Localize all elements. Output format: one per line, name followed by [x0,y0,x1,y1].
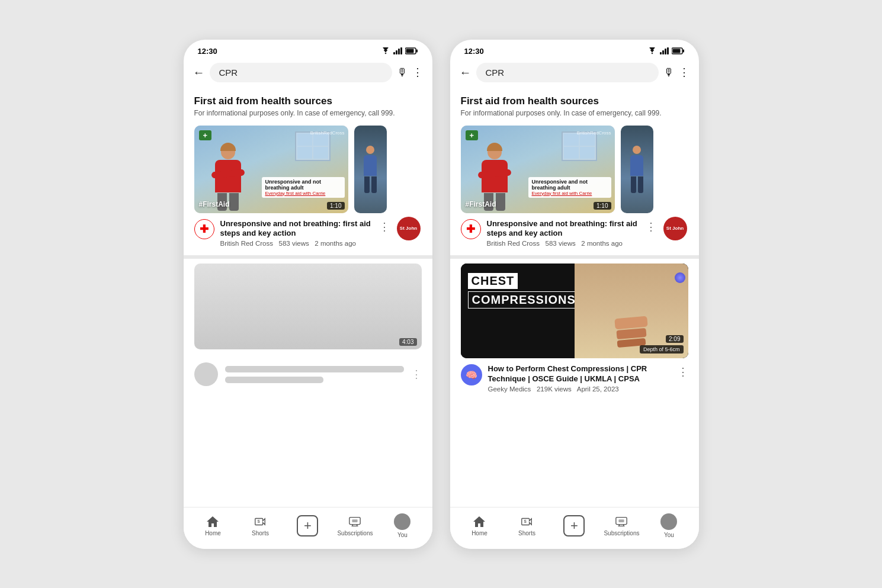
loading-lines-left [225,366,404,383]
video-thumb-main-right[interactable]: Unresponsive and not breathing adult Eve… [461,126,615,213]
duration-left: 1:10 [327,202,344,210]
video-thumb-side-left[interactable] [354,126,387,213]
subs-icon-left [348,515,362,528]
nav-add-right[interactable]: + [556,515,592,536]
caption-sub-right: Everyday first aid with Carrie [532,191,608,196]
duration-right: 1:10 [594,202,611,210]
video2-meta-right: 🧠 How to Perform Chest Compressions | CP… [461,358,688,393]
health-title-left: First aid from health sources [194,95,422,107]
back-button-left[interactable]: ← [193,66,205,79]
signal-icon-right [660,47,669,54]
nav-home-right[interactable]: Home [461,515,497,536]
shorts-icon-left: S [254,515,267,528]
wifi-icon-right [647,47,657,54]
svg-rect-8 [682,50,684,53]
video-info-right: Unresponsive and not breathing: first ai… [487,219,640,248]
video-info-left: Unresponsive and not breathing: first ai… [220,219,373,248]
nav-home-label-right: Home [472,530,487,536]
status-icons-left [381,47,418,54]
chest-title-1: CHEST [468,273,518,289]
loading-avatar-left [194,362,218,386]
bottom-nav-right: Home S Shorts + Subscriptions You [450,507,699,549]
video-meta-left: ✚ Unresponsive and not breathing: first … [184,213,432,251]
video2-sub-right: Geeky Medics 219K views April 25, 2023 [488,385,672,393]
phone-right: 12:30 ← CPR 🎙 ⋮ [450,40,699,549]
video-title-right: Unresponsive and not breathing: first ai… [487,219,640,239]
nav-avatar-left [394,513,410,530]
video-thumb-main-left[interactable]: Unresponsive and not breathing adult Eve… [194,126,348,213]
video2-title-right: How to Perform Chest Compressions | CPR … [488,364,672,384]
nav-home-left[interactable]: Home [195,515,230,536]
video-thumb-side-right[interactable] [621,126,653,213]
video-meta-right: ✚ Unresponsive and not breathing: first … [450,213,699,251]
brand-text-left: BritishRedCross [310,130,345,136]
search-input-left[interactable]: CPR [210,63,392,82]
divider-right [450,255,699,259]
second-duration-left: 4:03 [399,338,416,346]
nav-subs-right[interactable]: Subscriptions [604,515,639,536]
status-bar-left: 12:30 [184,40,432,59]
nav-add-left[interactable]: + [290,515,325,536]
nav-add-btn-right[interactable]: + [563,515,585,536]
nav-avatar-right [660,513,677,530]
nav-shorts-label-right: Shorts [518,530,535,536]
more-button-right[interactable]: ⋮ [679,66,689,79]
channel-avatar-rc-left: ✚ [194,219,214,239]
search-input-right[interactable]: CPR [476,63,659,82]
mic-button-left[interactable]: 🎙 [397,66,408,79]
search-bar-left: ← CPR 🎙 ⋮ [184,59,432,88]
back-button-right[interactable]: ← [460,66,472,79]
subs-icon-right [614,515,628,528]
nav-you-right[interactable]: You [651,513,687,538]
second-video-right: CHEST COMPRESSIONS [450,264,699,397]
mic-button-right[interactable]: 🎙 [663,66,674,79]
video-sub-right: British Red Cross 583 views 2 months ago [487,240,640,247]
duration2-badge-right: 2:09 [666,335,683,343]
phone-left: 12:30 ← CPR [184,40,432,549]
nav-subs-label-left: Subscriptions [337,530,373,536]
svg-text:S: S [258,519,261,523]
home-icon-right [472,515,486,528]
loading-line-2-left [225,377,323,383]
rc-cross-left: ✚ [200,224,209,234]
bottom-nav-left: Home S Shorts + Subscriptions You [184,507,432,549]
video2-more-right[interactable]: ⋮ [678,364,688,378]
caption-title-left: Unresponsive and not breathing adult [265,179,341,191]
svg-rect-7 [672,49,680,53]
health-banner-right: First aid from health sources For inform… [450,88,699,121]
svg-text:S: S [524,519,527,523]
loading-line-1-left [225,366,404,372]
svg-rect-2 [416,50,418,53]
nav-add-btn-left[interactable]: + [297,515,318,536]
nav-shorts-left[interactable]: S Shorts [242,515,278,536]
depth-badge-right: Depth of 5-6cm [640,345,684,354]
nav-home-label-left: Home [205,530,221,536]
nav-you-left[interactable]: You [384,513,420,538]
nav-subs-left[interactable]: Subscriptions [337,515,373,536]
battery-icon-right [672,47,685,54]
second-video-left: 4:03 [184,264,432,354]
home-icon-left [206,515,220,528]
video-sub-left: British Red Cross 583 views 2 months ago [220,240,373,247]
nav-you-label-left: You [397,532,408,538]
health-banner-left: First aid from health sources For inform… [184,88,432,121]
status-icons-right [647,47,685,54]
meta-more-left[interactable]: ⋮ [379,219,390,233]
nav-shorts-label-left: Shorts [252,530,269,536]
side-org-right: St John [663,217,687,240]
signal-icon [393,47,402,54]
video-thumb2-right[interactable]: CHEST COMPRESSIONS [461,264,688,358]
nav-shorts-right[interactable]: S Shorts [509,515,544,536]
caption-title-right: Unresponsive and not breathing adult [532,179,608,191]
svg-rect-1 [406,49,413,53]
more-button-left[interactable]: ⋮ [412,66,423,79]
green-badge-right: + [466,130,479,140]
video-carousel-left: Unresponsive and not breathing adult Eve… [184,121,432,213]
battery-icon [405,47,418,54]
loading-more-left[interactable]: ⋮ [411,368,422,381]
green-badge-left: + [199,130,212,140]
brand-text-right: BritishRedCross [577,130,611,136]
meta-more-right[interactable]: ⋮ [646,219,656,233]
divider-left [184,255,432,259]
time-right: 12:30 [464,47,484,56]
